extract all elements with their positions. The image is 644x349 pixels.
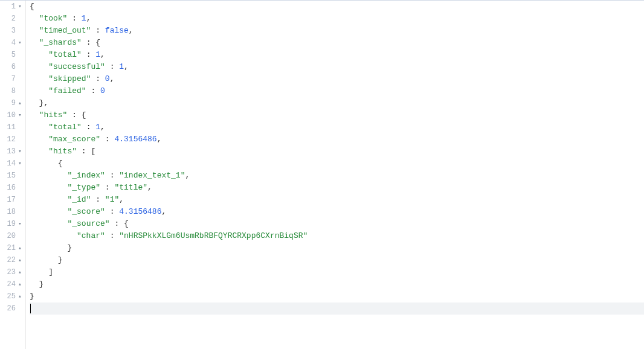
line-number: 18 (4, 206, 16, 218)
fold-none (17, 136, 23, 142)
token-brace: ] (48, 267, 53, 277)
token-num: 1 (82, 14, 86, 23)
code-line[interactable]: "_id" : "1", (30, 194, 644, 206)
fold-open-icon[interactable]: ▾ (17, 221, 23, 227)
token-brace: { (82, 110, 86, 120)
code-editor[interactable]: 1▾234▾56789▴10▾111213▾14▾1516171819▾2021… (0, 0, 644, 349)
token-punc: , (147, 183, 152, 192)
line-number: 5 (4, 49, 16, 61)
code-line[interactable]: } (30, 290, 644, 303)
code-line[interactable]: "skipped" : 0, (30, 73, 644, 85)
token-punc: , (100, 123, 105, 132)
code-line[interactable]: "timed_out" : false, (30, 25, 644, 37)
fold-none (17, 209, 23, 215)
token-brace: { (58, 159, 63, 168)
line-number: 3 (4, 25, 16, 37)
token-punc: : (67, 110, 81, 120)
token-key: "_type" (67, 183, 100, 192)
fold-open-icon[interactable]: ▾ (17, 4, 23, 10)
fold-none (17, 28, 23, 34)
token-num: 4.3156486 (119, 207, 161, 216)
line-number: 6 (4, 61, 16, 73)
code-line[interactable]: { (30, 1, 644, 13)
code-line[interactable]: "total" : 1, (30, 121, 644, 133)
fold-close-icon[interactable]: ▴ (17, 281, 23, 287)
line-number: 24 (4, 278, 16, 290)
fold-close-icon[interactable]: ▴ (17, 100, 23, 106)
text-cursor (30, 304, 31, 313)
code-line[interactable]: "took" : 1, (30, 13, 644, 25)
token-brace: } (30, 292, 34, 301)
token-punc: : (82, 38, 95, 47)
token-punc: : (110, 219, 124, 228)
token-punc: , (124, 62, 129, 71)
token-punc: : (91, 195, 105, 204)
code-line[interactable]: "failed" : 0 (30, 85, 644, 97)
code-line[interactable]: "hits" : [ (30, 146, 644, 158)
token-punc: : (100, 135, 114, 144)
token-str: "1" (105, 195, 119, 204)
token-punc: , (86, 14, 91, 23)
token-bool: false (105, 26, 129, 35)
fold-none (17, 76, 23, 82)
token-key: "_source" (67, 219, 109, 228)
code-line[interactable]: "char" : "nHRSPkkXLGm6UsmRbRBFQYRCRXpp6C… (30, 230, 644, 242)
line-number: 22 (4, 254, 16, 266)
token-key: "timed_out" (39, 26, 91, 35)
fold-none (17, 233, 23, 239)
fold-close-icon[interactable]: ▴ (17, 245, 23, 251)
token-punc: , (119, 195, 124, 204)
fold-open-icon[interactable]: ▾ (17, 149, 23, 155)
token-punc: : (105, 231, 119, 240)
token-brace: } (58, 255, 63, 264)
token-num: 0 (100, 86, 105, 95)
code-line[interactable]: "successful" : 1, (30, 61, 644, 73)
line-number-gutter[interactable]: 1▾234▾56789▴10▾111213▾14▾1516171819▾2021… (0, 1, 26, 349)
token-punc: , (185, 171, 190, 180)
code-line[interactable]: } (30, 242, 644, 254)
fold-none (17, 52, 23, 58)
code-line[interactable]: } (30, 278, 644, 290)
line-number: 10 (4, 109, 16, 121)
line-number: 16 (4, 182, 16, 194)
line-number: 12 (4, 133, 16, 146)
code-line[interactable]: "_shards" : { (30, 37, 644, 49)
token-key: "total" (48, 123, 82, 132)
code-line[interactable]: } (30, 254, 644, 266)
code-area[interactable]: { "took" : 1, "timed_out" : false, "_sha… (26, 1, 644, 349)
token-punc: , (100, 50, 105, 59)
token-punc: : (105, 62, 119, 71)
code-line[interactable]: "_index" : "index_text_1", (30, 170, 644, 182)
token-key: "took" (39, 14, 68, 23)
line-number: 15 (4, 170, 16, 182)
token-punc: : (86, 86, 100, 95)
code-line[interactable]: { (30, 158, 644, 170)
token-num: 1 (119, 62, 124, 71)
fold-open-icon[interactable]: ▾ (17, 40, 23, 46)
fold-close-icon[interactable]: ▴ (17, 257, 23, 263)
fold-open-icon[interactable]: ▾ (17, 161, 23, 167)
token-num: 1 (95, 50, 100, 59)
token-punc: , (110, 74, 115, 83)
fold-close-icon[interactable]: ▴ (17, 293, 23, 299)
code-line[interactable]: "total" : 1, (30, 49, 644, 61)
code-line[interactable]: "hits" : { (30, 109, 644, 121)
fold-open-icon[interactable]: ▾ (17, 112, 23, 118)
code-line[interactable]: "max_score" : 4.3156486, (30, 133, 644, 146)
token-brace: { (30, 2, 34, 11)
line-number: 23 (4, 266, 16, 278)
code-line[interactable]: }, (30, 97, 644, 109)
code-line[interactable]: "_type" : "title", (30, 182, 644, 194)
token-key: "max_score" (48, 135, 100, 144)
code-line[interactable]: "_score" : 4.3156486, (30, 206, 644, 218)
code-line[interactable] (30, 303, 644, 315)
fold-close-icon[interactable]: ▴ (17, 269, 23, 275)
line-number: 20 (4, 230, 16, 242)
token-key: "_shards" (39, 38, 82, 47)
token-key: "hits" (39, 110, 68, 120)
token-brace: } (39, 280, 44, 289)
code-line[interactable]: "_source" : { (30, 218, 644, 230)
token-brace: { (124, 219, 129, 228)
line-number: 25 (4, 290, 16, 303)
code-line[interactable]: ] (30, 266, 644, 278)
